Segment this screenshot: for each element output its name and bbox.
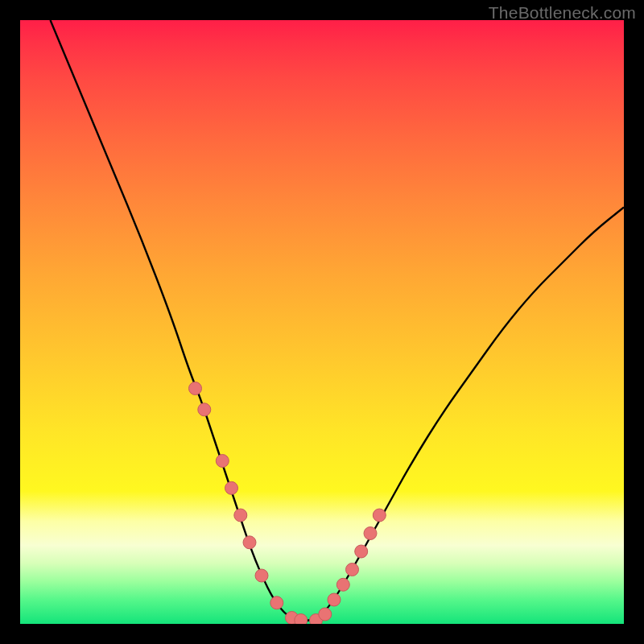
watermark-text: TheBottleneck.com bbox=[489, 3, 636, 23]
chart-frame: TheBottleneck.com bbox=[0, 0, 644, 644]
gradient-plot-area bbox=[20, 20, 624, 624]
